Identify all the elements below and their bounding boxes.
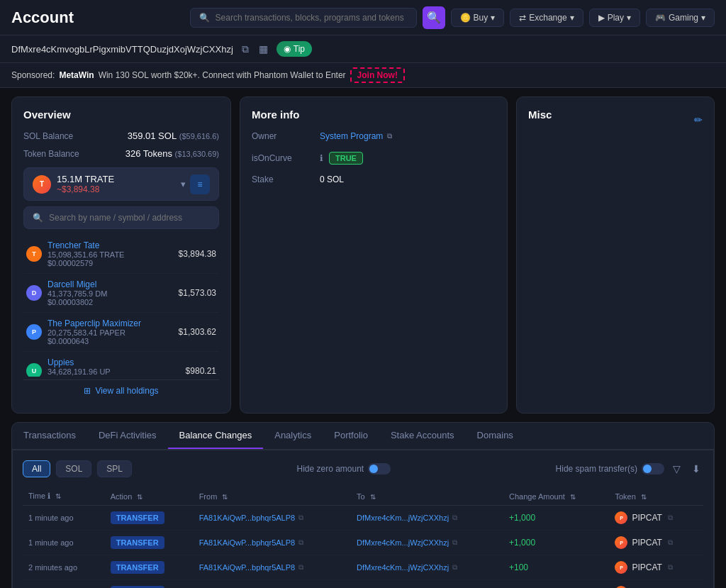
search-bar[interactable]: 🔍 [190,8,417,28]
tab-defi[interactable]: DeFi Activities [87,423,168,449]
copy-to-icon[interactable]: ⧉ [452,538,457,547]
stake-value: 0 SOL [320,174,344,184]
change-amount: +1,000 [509,513,535,523]
view-all-icon: ⊞ [84,386,91,396]
tab-transactions[interactable]: Transactions [12,423,87,449]
tab-domains[interactable]: Domains [466,423,525,449]
search-input[interactable] [216,13,408,23]
copy-address-button[interactable]: ⧉ [240,42,250,57]
qr-code-button[interactable]: ▦ [257,42,269,56]
hide-spam-toggle[interactable] [642,463,664,475]
token-list-amount: 34,628,191.96 UP [48,367,111,376]
is-on-curve-row: isOnCurve ℹ TRUE [252,152,496,165]
sol-balance-label: SOL Balance [23,131,73,141]
dropdown-icon: ▾ [181,179,186,189]
filter-spl[interactable]: SPL [97,460,132,477]
action-badge: TRANSFER [111,536,164,549]
copy-from-icon[interactable]: ⧉ [298,563,303,572]
overview-card: Overview SOL Balance 359.01 SOL ($59,616… [11,96,231,414]
token-list-usd: $1,303.62 [179,327,216,337]
token-selector[interactable]: T 15.1M TRATE ~$3,894.38 ▾ ≡ [23,167,219,201]
copy-token-icon[interactable]: ⧉ [668,514,673,522]
from-address[interactable]: FA81KAiQwP...bphqr5ALP8 [199,563,296,572]
token-list-name: The Paperclip Maximizer [48,318,141,328]
filter-all[interactable]: All [23,460,50,477]
tx-time: 1 minute ago [28,514,74,522]
search-button[interactable]: 🔍 [423,6,445,29]
token-list-price: $0.00002831 [48,376,111,377]
to-address[interactable]: DfMxre4cKm...jWzjCXXhzj [357,563,449,572]
th-time: Time ℹ ⇅ [23,487,105,506]
from-address[interactable]: FA81KAiQwP...bphqr5ALP8 [199,538,296,547]
more-info-title: More info [252,109,496,121]
to-address[interactable]: DfMxre4cKm...jWzjCXXhzj [357,538,449,547]
token-icon: T [33,175,51,194]
token-list-amount: 15,098,351.66 TRATE [48,250,124,259]
gaming-button[interactable]: 🎮 Gaming ▾ [646,9,715,27]
list-item[interactable]: U Uppies 34,628,191.96 UP $0.00002831 $9… [23,352,219,377]
from-address[interactable]: FA81KAiQwP...bphqr5ALP8 [199,514,296,522]
sponsor-message: Win 130 SOL worth $20k+. Connect with Ph… [99,70,346,80]
filter-icon[interactable]: ▽ [670,460,683,477]
token-list: T Trencher Tate 15,098,351.66 TRATE $0.0… [23,235,219,377]
tip-icon: ◉ [284,44,291,54]
list-item[interactable]: D Darcell Migel 41,373,785.9 DM $0.00003… [23,274,219,313]
list-item[interactable]: P The Paperclip Maximizer 20,275,583.41 … [23,313,219,352]
token-cell-icon: P [615,536,627,549]
tab-stake-accounts[interactable]: Stake Accounts [379,423,466,449]
hide-zero-toggle[interactable] [368,463,391,475]
token-name: 15.1M TRATE [57,174,114,184]
filter-sol[interactable]: SOL [56,460,91,477]
tx-time: 1 minute ago [28,538,74,547]
tabs-row: Transactions DeFi Activities Balance Cha… [12,423,714,450]
header: Account 🔍 🔍 🪙 Buy ▾ ⇄ Exchange ▾ ▶ Play … [0,0,726,35]
overview-title: Overview [23,109,219,121]
list-item[interactable]: T Trencher Tate 15,098,351.66 TRATE $0.0… [23,235,219,274]
transactions-area: All SOL SPL Hide zero amount Hide spam t… [12,450,714,588]
to-address[interactable]: DfMxre4cKm...jWzjCXXhzj [357,514,449,522]
token-search-input[interactable] [49,213,210,223]
tip-badge[interactable]: ◉ Tip [277,41,312,57]
is-on-curve-value: ℹ TRUE [320,152,363,165]
view-all-holdings[interactable]: ⊞ View all holdings [23,379,219,401]
copy-from-icon[interactable]: ⧉ [298,538,303,547]
token-list-icon: T [26,246,42,262]
exchange-button[interactable]: ⇄ Exchange ▾ [510,9,583,27]
search-icon: 🔍 [199,13,210,23]
hide-spam-toggle-group: Hide spam transfer(s) [556,463,664,475]
tab-portfolio[interactable]: Portfolio [323,423,379,449]
copy-owner-button[interactable]: ⧉ [386,131,393,142]
hide-spam-label: Hide spam transfer(s) [556,464,637,474]
copy-from-icon[interactable]: ⧉ [298,514,303,522]
copy-token-icon[interactable]: ⧉ [668,538,673,547]
tx-filters: All SOL SPL Hide zero amount Hide spam t… [23,460,703,477]
th-from: From ⇅ [194,487,351,506]
buy-button[interactable]: 🪙 Buy ▾ [451,9,505,27]
tab-analytics[interactable]: Analytics [263,423,323,449]
play-button[interactable]: ▶ Play ▾ [589,9,640,27]
hide-zero-label: Hide zero amount [296,464,364,474]
tx-time: 2 minutes ago [28,563,77,572]
change-amount: +100 [509,562,528,572]
table-row: 1 minute ago TRANSFER FA81KAiQwP...bphqr… [23,506,703,531]
token-list-usd: $1,573.03 [179,288,216,298]
misc-edit-button[interactable]: ✏ [694,114,703,126]
account-address: DfMxre4cKmvogbLrPigxmibVTTQDuzjdXojWzjCX… [11,44,233,55]
sponsor-brand: MetaWin [59,70,94,80]
token-search-box[interactable]: 🔍 [23,206,219,229]
token-symbol: PIPCAT [632,513,661,523]
token-cell-icon: P [615,561,627,574]
join-now-button[interactable]: Join Now! [350,67,405,83]
misc-title: Misc [528,109,552,121]
stake-label: Stake [252,174,308,184]
token-symbol: PIPCAT [632,538,661,548]
copy-to-icon[interactable]: ⧉ [452,563,457,572]
token-cell-icon: P [615,511,627,524]
export-icon[interactable]: ⬇ [689,460,703,477]
owner-value: System Program ⧉ [320,131,393,142]
copy-token-icon[interactable]: ⧉ [668,563,673,572]
token-action-button[interactable]: ≡ [190,174,210,194]
copy-to-icon[interactable]: ⧉ [452,514,457,522]
header-right: 🔍 🔍 🪙 Buy ▾ ⇄ Exchange ▾ ▶ Play ▾ 🎮 Gami… [190,6,715,29]
tab-balance-changes[interactable]: Balance Changes [168,423,264,449]
